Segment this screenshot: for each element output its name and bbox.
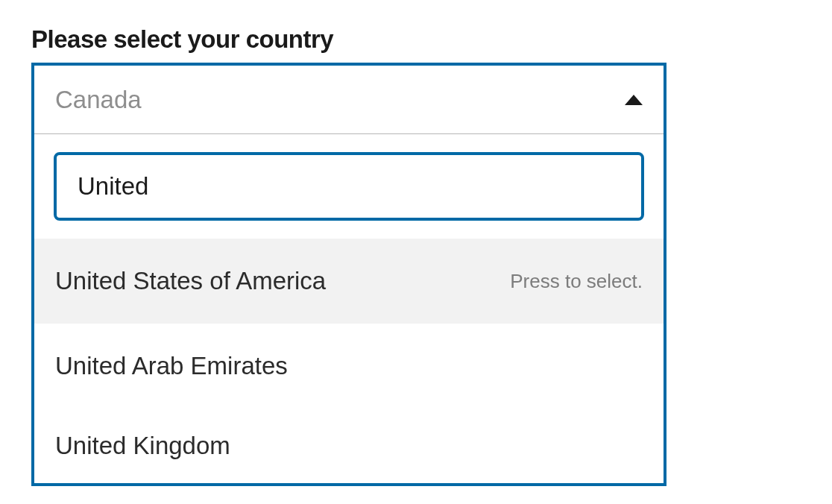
combobox-header[interactable]: Canada <box>34 66 664 134</box>
option-united-states[interactable]: United States of America Press to select… <box>34 239 664 324</box>
country-combobox[interactable]: Canada United States of America Press to… <box>31 63 666 486</box>
combobox-placeholder: Canada <box>55 86 142 114</box>
option-label: United States of America <box>55 267 326 295</box>
option-united-arab-emirates[interactable]: United Arab Emirates <box>34 324 664 409</box>
options-list: United States of America Press to select… <box>34 239 664 483</box>
chevron-up-icon <box>625 95 643 105</box>
option-united-kingdom[interactable]: United Kingdom <box>34 409 664 483</box>
field-label: Please select your country <box>31 25 801 54</box>
search-wrapper <box>34 134 664 239</box>
search-input[interactable] <box>54 152 644 221</box>
option-label: United Kingdom <box>55 432 230 460</box>
select-hint: Press to select. <box>510 270 643 293</box>
option-label: United Arab Emirates <box>55 352 288 380</box>
